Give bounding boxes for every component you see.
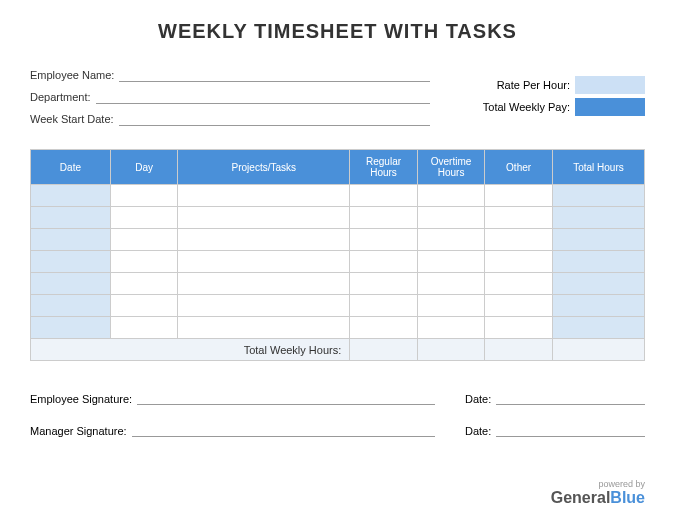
cell-day[interactable]	[110, 295, 178, 317]
cell-regular[interactable]	[350, 185, 418, 207]
cell-date[interactable]	[31, 185, 111, 207]
cell-other[interactable]	[485, 185, 553, 207]
cell-regular[interactable]	[350, 229, 418, 251]
page-title: WEEKLY TIMESHEET WITH TASKS	[30, 20, 645, 43]
department-field: Department:	[30, 90, 430, 104]
cell-tasks[interactable]	[178, 207, 350, 229]
cell-regular[interactable]	[350, 273, 418, 295]
header-date: Date	[31, 150, 111, 185]
cell-other[interactable]	[485, 251, 553, 273]
cell-overtime[interactable]	[417, 229, 485, 251]
brand-logo: GeneralBlue	[551, 489, 645, 507]
cell-date[interactable]	[31, 295, 111, 317]
manager-signature-row: Manager Signature: Date:	[30, 423, 645, 437]
table-row	[31, 273, 645, 295]
cell-total	[552, 295, 644, 317]
cell-date[interactable]	[31, 251, 111, 273]
cell-total	[552, 273, 644, 295]
cell-tasks[interactable]	[178, 317, 350, 339]
rate-per-hour-field: Rate Per Hour:	[470, 76, 645, 94]
table-row	[31, 317, 645, 339]
cell-date[interactable]	[31, 317, 111, 339]
cell-day[interactable]	[110, 317, 178, 339]
total-hours	[552, 339, 644, 361]
cell-regular[interactable]	[350, 317, 418, 339]
cell-other[interactable]	[485, 295, 553, 317]
total-overtime	[417, 339, 485, 361]
department-input[interactable]	[96, 90, 430, 104]
manager-signature-input[interactable]	[132, 423, 435, 437]
header-regular: Regular Hours	[350, 150, 418, 185]
cell-overtime[interactable]	[417, 185, 485, 207]
week-start-label: Week Start Date:	[30, 113, 114, 125]
cell-day[interactable]	[110, 185, 178, 207]
cell-overtime[interactable]	[417, 273, 485, 295]
total-other	[485, 339, 553, 361]
cell-overtime[interactable]	[417, 317, 485, 339]
cell-tasks[interactable]	[178, 273, 350, 295]
cell-other[interactable]	[485, 273, 553, 295]
rate-per-hour-label: Rate Per Hour:	[470, 79, 570, 91]
cell-overtime[interactable]	[417, 207, 485, 229]
cell-other[interactable]	[485, 207, 553, 229]
cell-tasks[interactable]	[178, 251, 350, 273]
cell-total	[552, 207, 644, 229]
table-row	[31, 251, 645, 273]
cell-total	[552, 185, 644, 207]
cell-day[interactable]	[110, 251, 178, 273]
cell-day[interactable]	[110, 207, 178, 229]
cell-other[interactable]	[485, 229, 553, 251]
table-row	[31, 295, 645, 317]
right-field-group: Rate Per Hour: Total Weekly Pay:	[470, 68, 645, 134]
cell-regular[interactable]	[350, 295, 418, 317]
week-start-input[interactable]	[119, 112, 430, 126]
manager-signature-label: Manager Signature:	[30, 425, 127, 437]
total-weekly-hours-label: Total Weekly Hours:	[31, 339, 350, 361]
left-field-group: Employee Name: Department: Week Start Da…	[30, 68, 430, 134]
employee-signature-label: Employee Signature:	[30, 393, 132, 405]
table-row	[31, 229, 645, 251]
cell-overtime[interactable]	[417, 251, 485, 273]
cell-regular[interactable]	[350, 207, 418, 229]
department-label: Department:	[30, 91, 91, 103]
header-total: Total Hours	[552, 150, 644, 185]
employee-date-label: Date:	[465, 393, 491, 405]
cell-tasks[interactable]	[178, 295, 350, 317]
rate-per-hour-box[interactable]	[575, 76, 645, 94]
total-regular	[350, 339, 418, 361]
table-total-row: Total Weekly Hours:	[31, 339, 645, 361]
cell-day[interactable]	[110, 273, 178, 295]
brand-first: General	[551, 489, 611, 506]
employee-signature-input[interactable]	[137, 391, 435, 405]
employee-signature-row: Employee Signature: Date:	[30, 391, 645, 405]
brand-second: Blue	[610, 489, 645, 506]
total-weekly-pay-field: Total Weekly Pay:	[470, 98, 645, 116]
signature-section: Employee Signature: Date: Manager Signat…	[30, 391, 645, 437]
powered-by-label: powered by	[551, 479, 645, 489]
employee-name-input[interactable]	[119, 68, 430, 82]
header-fields: Employee Name: Department: Week Start Da…	[30, 68, 645, 134]
table-header-row: Date Day Projects/Tasks Regular Hours Ov…	[31, 150, 645, 185]
employee-name-label: Employee Name:	[30, 69, 114, 81]
header-day: Day	[110, 150, 178, 185]
header-other: Other	[485, 150, 553, 185]
cell-date[interactable]	[31, 207, 111, 229]
total-weekly-pay-label: Total Weekly Pay:	[470, 101, 570, 113]
cell-day[interactable]	[110, 229, 178, 251]
week-start-field: Week Start Date:	[30, 112, 430, 126]
total-weekly-pay-box	[575, 98, 645, 116]
header-tasks: Projects/Tasks	[178, 150, 350, 185]
cell-other[interactable]	[485, 317, 553, 339]
footer: powered by GeneralBlue	[551, 479, 645, 507]
cell-date[interactable]	[31, 229, 111, 251]
cell-overtime[interactable]	[417, 295, 485, 317]
cell-date[interactable]	[31, 273, 111, 295]
employee-date-input[interactable]	[496, 391, 645, 405]
manager-date-label: Date:	[465, 425, 491, 437]
cell-tasks[interactable]	[178, 185, 350, 207]
employee-name-field: Employee Name:	[30, 68, 430, 82]
manager-date-input[interactable]	[496, 423, 645, 437]
table-row	[31, 185, 645, 207]
cell-regular[interactable]	[350, 251, 418, 273]
cell-tasks[interactable]	[178, 229, 350, 251]
